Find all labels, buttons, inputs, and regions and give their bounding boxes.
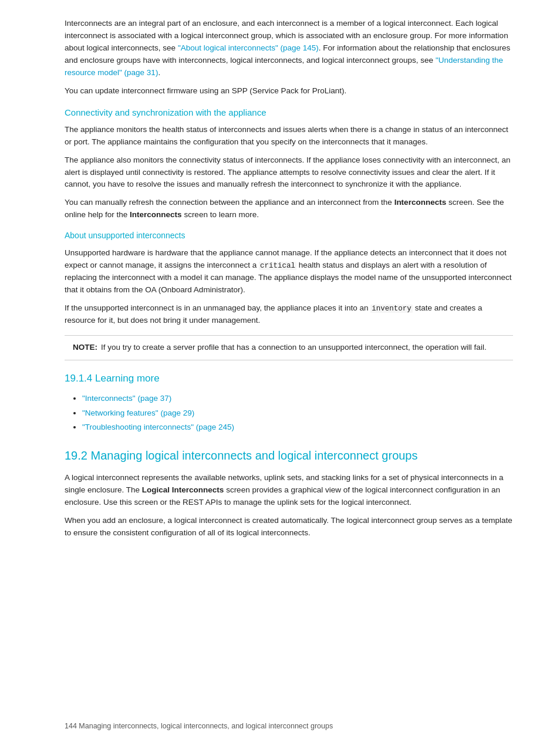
note-text: If you try to create a server profile th… [101,343,487,352]
page-footer: 144 Managing interconnects, logical inte… [65,721,333,732]
troubleshooting-link[interactable]: "Troubleshooting interconnects" (page 24… [82,423,234,431]
major-heading: 19.2 Managing logical interconnects and … [65,447,513,465]
logical-interconnects-bold: Logical Interconnects [142,485,224,494]
page-container: Interconnects are an integral part of an… [0,0,560,746]
learning-more-heading: 19.1.4 Learning more [65,371,513,386]
interconnects-bold-1: Interconnects [394,198,447,207]
critical-code: critical [259,262,296,270]
note-label: NOTE: [73,343,97,352]
major-para-1: A logical interconnect represents the av… [65,472,513,509]
inventory-code: inventory [370,305,413,313]
intro-paragraph-1: Interconnects are an integral part of an… [65,18,513,79]
list-item: "Troubleshooting interconnects" (page 24… [82,421,513,434]
connectivity-heading: Connectivity and synchronization with th… [65,106,513,119]
about-logical-interconnects-link[interactable]: "About logical interconnects" (page 145) [178,43,319,52]
intro-paragraph-2: You can update interconnect firmware usi… [65,85,513,97]
unsupported-para-1: Unsupported hardware is hardware that th… [65,247,513,296]
unsupported-heading: About unsupported interconnects [65,229,513,242]
interconnects-link[interactable]: "Interconnects" (page 37) [82,394,171,403]
major-para-2: When you add an enclosure, a logical int… [65,515,513,539]
networking-features-link[interactable]: "Networking features" (page 29) [82,409,194,417]
interconnects-bold-2: Interconnects [130,210,182,219]
learning-links-list: "Interconnects" (page 37) "Networking fe… [82,393,513,434]
note-box: NOTE:If you try to create a server profi… [65,335,513,360]
unsupported-para-2: If the unsupported interconnect is in an… [65,302,513,327]
connectivity-para-3: You can manually refresh the connection … [65,197,513,221]
connectivity-para-2: The appliance also monitors the connecti… [65,154,513,191]
list-item: "Interconnects" (page 37) [82,393,513,405]
list-item: "Networking features" (page 29) [82,407,513,420]
connectivity-para-1: The appliance monitors the health status… [65,124,513,148]
